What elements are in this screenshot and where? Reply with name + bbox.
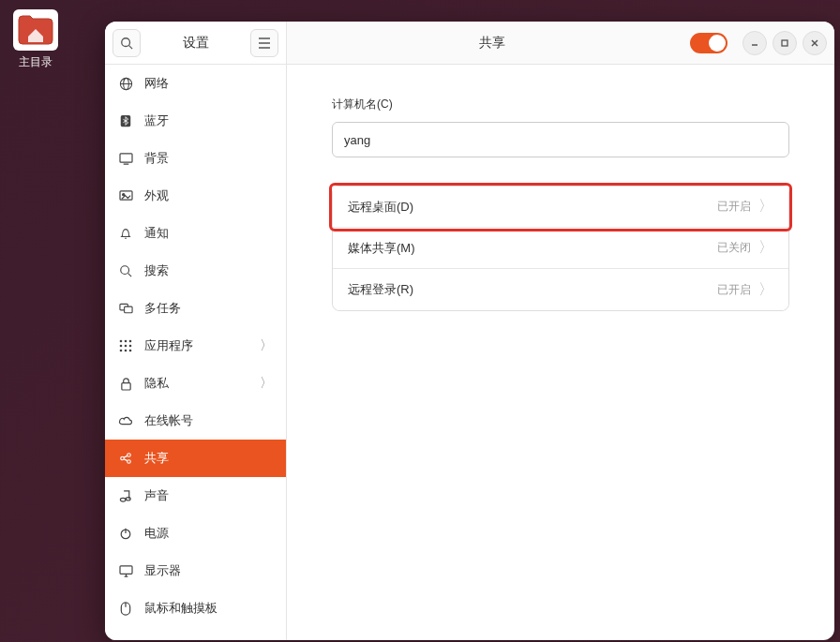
sidebar-item-appearance[interactable]: 外观 bbox=[105, 177, 286, 215]
svg-point-19 bbox=[125, 340, 128, 343]
sidebar-item-displays[interactable]: 显示器 bbox=[105, 552, 286, 590]
cloud-icon bbox=[118, 413, 133, 428]
sidebar-item-label: 声音 bbox=[144, 487, 169, 504]
sidebar-item-bluetooth[interactable]: 蓝牙 bbox=[105, 102, 286, 140]
svg-point-23 bbox=[129, 345, 132, 348]
sidebar-list: 网络 蓝牙 背景 外观 bbox=[105, 65, 286, 640]
appearance-icon bbox=[118, 188, 133, 203]
svg-point-22 bbox=[125, 345, 128, 348]
svg-point-12 bbox=[122, 193, 124, 195]
sidebar-item-notifications[interactable]: 通知 bbox=[105, 215, 286, 252]
svg-point-29 bbox=[128, 454, 131, 457]
sharing-content: 计算机名(C) 远程桌面(D) 已开启 〉 媒体共享(M) 已关闭 〉 bbox=[287, 65, 834, 343]
sidebar-item-label: 应用程序 bbox=[144, 337, 193, 354]
sidebar-item-label: 隐私 bbox=[144, 375, 169, 392]
row-remote-desktop[interactable]: 远程桌面(D) 已开启 〉 bbox=[333, 187, 788, 228]
desktop-home-label: 主目录 bbox=[8, 54, 64, 70]
sidebar-item-label: 共享 bbox=[144, 450, 169, 467]
bluetooth-icon bbox=[118, 113, 133, 128]
sharing-master-toggle[interactable] bbox=[690, 33, 728, 53]
chevron-right-icon: 〉 bbox=[758, 280, 773, 300]
computer-name-input[interactable] bbox=[332, 122, 789, 157]
svg-rect-43 bbox=[782, 40, 788, 46]
sidebar-item-label: 蓝牙 bbox=[144, 112, 169, 129]
window-minimize-button[interactable] bbox=[742, 31, 767, 55]
sidebar-item-label: 通知 bbox=[144, 225, 169, 242]
sidebar-item-sound[interactable]: 声音 bbox=[105, 477, 286, 515]
svg-point-30 bbox=[128, 460, 131, 464]
svg-point-33 bbox=[120, 498, 126, 501]
sharing-options-list: 远程桌面(D) 已开启 〉 媒体共享(M) 已关闭 〉 远程登录(R) bbox=[332, 186, 789, 311]
sidebar-item-privacy[interactable]: 隐私 〉 bbox=[105, 365, 286, 402]
power-icon bbox=[118, 526, 133, 541]
sidebar-item-mouse-touchpad[interactable]: 鼠标和触摸板 bbox=[105, 590, 286, 627]
sidebar-item-label: 网络 bbox=[144, 75, 169, 92]
sidebar-item-sharing[interactable]: 共享 bbox=[105, 440, 286, 477]
lock-icon bbox=[118, 376, 133, 391]
row-status: 已开启 〉 bbox=[717, 280, 773, 300]
desktop-home-icon[interactable]: 主目录 bbox=[8, 9, 64, 70]
search-button[interactable] bbox=[112, 29, 141, 57]
sidebar-item-label: 多任务 bbox=[144, 300, 181, 317]
window-close-button[interactable] bbox=[802, 31, 827, 55]
sidebar-item-multitask[interactable]: 多任务 bbox=[105, 290, 286, 327]
window-maximize-button[interactable] bbox=[772, 31, 797, 55]
search-icon bbox=[118, 263, 133, 278]
row-label: 远程登录(R) bbox=[348, 281, 413, 298]
computer-name-label: 计算机名(C) bbox=[332, 97, 789, 112]
sidebar-item-label: 外观 bbox=[144, 187, 169, 204]
svg-point-24 bbox=[120, 350, 123, 352]
sidebar-item-online-accounts[interactable]: 在线帐号 bbox=[105, 402, 286, 440]
sound-icon bbox=[118, 488, 133, 503]
sidebar-item-label: 背景 bbox=[144, 150, 169, 167]
chevron-right-icon: 〉 bbox=[758, 238, 773, 258]
chevron-right-icon: 〉 bbox=[758, 197, 773, 216]
home-folder-icon bbox=[13, 9, 58, 51]
sidebar-item-power[interactable]: 电源 bbox=[105, 515, 286, 552]
background-icon bbox=[118, 151, 133, 166]
settings-window: 设置 网络 蓝牙 bbox=[105, 22, 834, 640]
row-label: 远程桌面(D) bbox=[348, 199, 413, 216]
svg-rect-37 bbox=[120, 565, 132, 573]
row-status: 已关闭 〉 bbox=[717, 238, 773, 258]
svg-point-18 bbox=[120, 340, 123, 343]
mouse-icon bbox=[118, 601, 133, 616]
row-status: 已开启 〉 bbox=[717, 197, 773, 216]
svg-point-20 bbox=[129, 340, 132, 343]
chevron-right-icon: 〉 bbox=[260, 337, 273, 354]
row-remote-login[interactable]: 远程登录(R) 已开启 〉 bbox=[333, 269, 788, 310]
svg-line-32 bbox=[124, 459, 128, 461]
sidebar-item-search[interactable]: 搜索 bbox=[105, 252, 286, 290]
sidebar-item-applications[interactable]: 应用程序 〉 bbox=[105, 327, 286, 365]
main-header: 共享 bbox=[287, 22, 834, 65]
settings-sidebar: 设置 网络 蓝牙 bbox=[105, 22, 287, 640]
svg-point-34 bbox=[126, 497, 130, 500]
main-panel: 共享 计算机名(C) 远程桌面(D) 已开启 〉 bbox=[287, 22, 834, 640]
svg-rect-9 bbox=[120, 153, 132, 161]
row-media-sharing[interactable]: 媒体共享(M) 已关闭 〉 bbox=[333, 228, 788, 269]
page-title: 共享 bbox=[294, 35, 690, 52]
svg-line-31 bbox=[124, 455, 128, 457]
sidebar-item-label: 搜索 bbox=[144, 262, 169, 279]
display-icon bbox=[118, 563, 133, 578]
svg-line-15 bbox=[128, 274, 132, 277]
multitask-icon bbox=[118, 301, 133, 316]
sidebar-item-label: 在线帐号 bbox=[144, 412, 193, 429]
bell-icon bbox=[118, 226, 133, 241]
hamburger-menu-button[interactable] bbox=[250, 29, 278, 57]
sidebar-title: 设置 bbox=[183, 35, 209, 52]
sidebar-item-network[interactable]: 网络 bbox=[105, 65, 286, 102]
globe-icon bbox=[118, 76, 133, 91]
svg-point-28 bbox=[121, 456, 125, 460]
sidebar-item-background[interactable]: 背景 bbox=[105, 140, 286, 177]
sidebar-item-label: 显示器 bbox=[144, 562, 181, 579]
svg-point-0 bbox=[122, 37, 130, 46]
svg-point-26 bbox=[129, 350, 132, 352]
sidebar-header: 设置 bbox=[105, 22, 286, 65]
svg-rect-27 bbox=[121, 382, 129, 389]
svg-rect-17 bbox=[124, 306, 131, 313]
svg-point-21 bbox=[120, 345, 123, 348]
chevron-right-icon: 〉 bbox=[260, 375, 273, 392]
svg-point-25 bbox=[125, 350, 128, 352]
sidebar-item-label: 电源 bbox=[144, 525, 169, 542]
